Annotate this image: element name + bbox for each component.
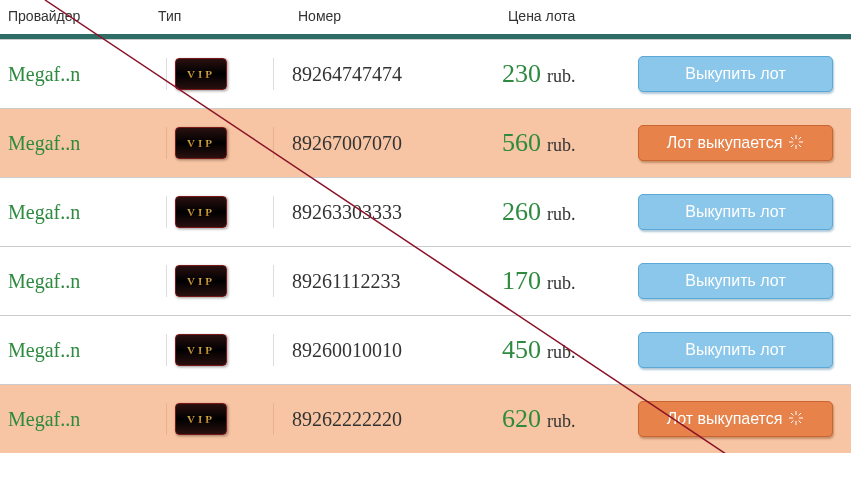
- price-currency: rub.: [547, 135, 576, 156]
- vip-badge-icon: VIP: [175, 196, 227, 228]
- lot-processing-button[interactable]: Лот выкупается: [638, 125, 833, 161]
- svg-line-12: [791, 413, 794, 416]
- column-separator: [166, 196, 167, 228]
- svg-line-4: [791, 137, 794, 140]
- button-label: Выкупить лот: [685, 203, 785, 221]
- column-separator: [166, 58, 167, 90]
- svg-line-13: [799, 420, 802, 423]
- header-price: Цена лота: [508, 8, 638, 24]
- vip-label: VIP: [187, 344, 215, 356]
- provider-name: Megaf..n: [8, 270, 80, 293]
- vip-badge-icon: VIP: [175, 127, 227, 159]
- buy-lot-button[interactable]: Выкупить лот: [638, 194, 833, 230]
- lot-price: 170rub.: [502, 266, 632, 296]
- table-row: Megaf..nVIP89267007070560rub.Лот выкупае…: [0, 109, 851, 177]
- lot-price: 260rub.: [502, 197, 632, 227]
- table-row: Megaf..nVIP89262222220620rub.Лот выкупае…: [0, 385, 851, 453]
- svg-line-5: [799, 144, 802, 147]
- column-separator: [273, 58, 274, 90]
- phone-number: 89260010010: [282, 339, 502, 362]
- provider-name: Megaf..n: [8, 132, 80, 155]
- column-separator: [166, 127, 167, 159]
- buy-lot-button[interactable]: Выкупить лот: [638, 56, 833, 92]
- lot-price: 560rub.: [502, 128, 632, 158]
- price-currency: rub.: [547, 204, 576, 225]
- lot-processing-button[interactable]: Лот выкупается: [638, 401, 833, 437]
- header-provider: Провайдер: [8, 8, 158, 24]
- price-value: 560: [502, 128, 541, 158]
- vip-label: VIP: [187, 413, 215, 425]
- column-separator: [273, 127, 274, 159]
- phone-number: 89261112233: [282, 270, 502, 293]
- price-value: 230: [502, 59, 541, 89]
- lot-price: 620rub.: [502, 404, 632, 434]
- column-separator: [273, 196, 274, 228]
- table-row: Megaf..nVIP89261112233170rub.Выкупить ло…: [0, 247, 851, 315]
- buy-lot-button[interactable]: Выкупить лот: [638, 263, 833, 299]
- column-separator: [273, 334, 274, 366]
- provider-name: Megaf..n: [8, 339, 80, 362]
- provider-name: Megaf..n: [8, 201, 80, 224]
- phone-number: 89267007070: [282, 132, 502, 155]
- buy-lot-button[interactable]: Выкупить лот: [638, 332, 833, 368]
- table-row: Megaf..nVIP89264747474230rub.Выкупить ло…: [0, 40, 851, 108]
- button-label: Лот выкупается: [667, 410, 783, 428]
- price-currency: rub.: [547, 273, 576, 294]
- table-row: Megaf..nVIP89263303333260rub.Выкупить ло…: [0, 178, 851, 246]
- lot-price: 230rub.: [502, 59, 632, 89]
- vip-label: VIP: [187, 206, 215, 218]
- vip-badge-icon: VIP: [175, 403, 227, 435]
- button-label: Выкупить лот: [685, 341, 785, 359]
- column-separator: [166, 265, 167, 297]
- vip-badge-icon: VIP: [175, 58, 227, 90]
- price-currency: rub.: [547, 342, 576, 363]
- svg-line-15: [791, 420, 794, 423]
- phone-number: 89263303333: [282, 201, 502, 224]
- vip-label: VIP: [187, 275, 215, 287]
- sparkle-icon: [788, 134, 804, 153]
- button-label: Выкупить лот: [685, 272, 785, 290]
- lot-price: 450rub.: [502, 335, 632, 365]
- vip-badge-icon: VIP: [175, 265, 227, 297]
- column-separator: [273, 403, 274, 435]
- table-header: Провайдер Тип Номер Цена лота: [0, 0, 851, 34]
- column-separator: [166, 334, 167, 366]
- phone-number: 89264747474: [282, 63, 502, 86]
- provider-name: Megaf..n: [8, 408, 80, 431]
- sparkle-icon: [788, 410, 804, 429]
- price-value: 620: [502, 404, 541, 434]
- table-row: Megaf..nVIP89260010010450rub.Выкупить ло…: [0, 316, 851, 384]
- button-label: Лот выкупается: [667, 134, 783, 152]
- svg-line-7: [791, 144, 794, 147]
- price-value: 170: [502, 266, 541, 296]
- vip-badge-icon: VIP: [175, 334, 227, 366]
- button-label: Выкупить лот: [685, 65, 785, 83]
- phone-number: 89262222220: [282, 408, 502, 431]
- vip-label: VIP: [187, 137, 215, 149]
- svg-line-14: [799, 413, 802, 416]
- price-value: 260: [502, 197, 541, 227]
- provider-name: Megaf..n: [8, 63, 80, 86]
- svg-line-6: [799, 137, 802, 140]
- price-currency: rub.: [547, 411, 576, 432]
- column-separator: [273, 265, 274, 297]
- header-number: Номер: [278, 8, 508, 24]
- column-separator: [166, 403, 167, 435]
- header-type: Тип: [158, 8, 278, 24]
- price-value: 450: [502, 335, 541, 365]
- vip-label: VIP: [187, 68, 215, 80]
- price-currency: rub.: [547, 66, 576, 87]
